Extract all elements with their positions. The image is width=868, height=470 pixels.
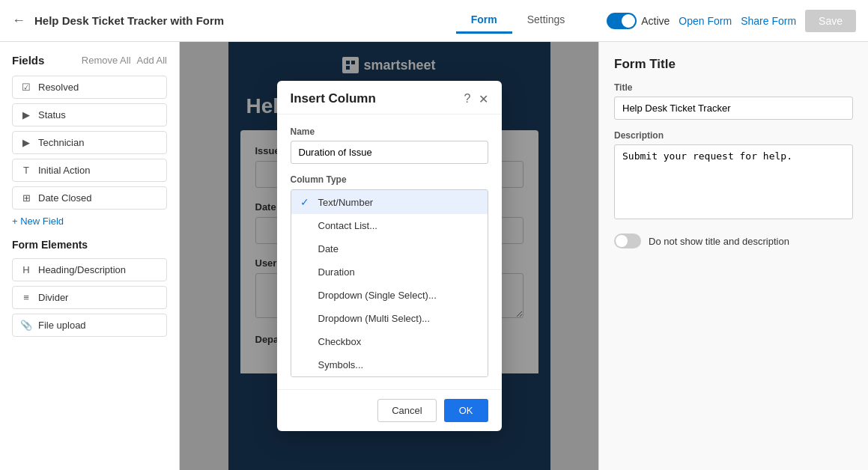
show-title-toggle[interactable] bbox=[614, 234, 641, 248]
col-type-dropdown-multi[interactable]: Dropdown (Multi Select)... bbox=[291, 307, 488, 330]
col-type-duration-label: Duration bbox=[318, 266, 355, 278]
col-type-date-label: Date bbox=[318, 243, 339, 254]
description-prop-label: Description bbox=[614, 130, 853, 141]
col-type-dropdown-multi-label: Dropdown (Multi Select)... bbox=[318, 313, 431, 324]
show-title-toggle-row: Do not show title and description bbox=[614, 234, 853, 248]
field-item-date-closed[interactable]: ⊞ Date Closed bbox=[12, 186, 167, 210]
grid-icon-date: ⊞ bbox=[20, 192, 32, 204]
modal-help-button[interactable]: ? bbox=[464, 92, 471, 106]
title-prop-input[interactable] bbox=[614, 97, 853, 120]
tab-group: Form Settings bbox=[456, 7, 580, 34]
show-title-toggle-knob bbox=[616, 235, 628, 247]
element-label-heading: Heading/Description bbox=[38, 264, 126, 275]
fields-title: Fields bbox=[12, 54, 44, 67]
column-type-label: Column Type bbox=[291, 174, 488, 185]
add-all-button[interactable]: Add All bbox=[137, 55, 167, 66]
ok-button[interactable]: OK bbox=[444, 399, 488, 422]
field-item-resolved[interactable]: ☑ Resolved bbox=[12, 76, 167, 99]
tab-settings[interactable]: Settings bbox=[512, 7, 580, 34]
element-label-file-upload: File upload bbox=[38, 320, 86, 331]
active-toggle[interactable] bbox=[607, 13, 637, 29]
fields-actions: Remove All Add All bbox=[82, 55, 167, 66]
active-label: Active bbox=[641, 15, 670, 27]
active-toggle-wrap: Active bbox=[607, 13, 670, 29]
modal-name-input[interactable] bbox=[291, 141, 488, 164]
element-label-divider: Divider bbox=[38, 292, 68, 303]
arrow-icon-technician: ▶ bbox=[20, 137, 32, 148]
check-icon: ✓ bbox=[300, 196, 312, 208]
topbar: ← Help Desk Ticket Tracker with Form For… bbox=[0, 0, 868, 42]
back-button[interactable]: ← bbox=[12, 13, 25, 28]
divider-icon: ≡ bbox=[20, 292, 32, 303]
modal-close-button[interactable]: ✕ bbox=[479, 92, 488, 106]
show-title-toggle-label: Do not show title and description bbox=[649, 236, 789, 247]
app-title: Help Desk Ticket Tracker with Form bbox=[34, 14, 447, 27]
checkbox-icon: ☑ bbox=[20, 82, 32, 93]
description-prop-textarea[interactable]: Submit your request for help. bbox=[614, 144, 853, 219]
col-type-checkbox-label: Checkbox bbox=[318, 336, 362, 347]
field-label-resolved: Resolved bbox=[38, 82, 79, 93]
col-type-checkbox[interactable]: Checkbox bbox=[291, 330, 488, 353]
field-label-initial-action: Initial Action bbox=[38, 165, 90, 176]
open-form-button[interactable]: Open Form bbox=[679, 15, 732, 27]
element-divider[interactable]: ≡ Divider bbox=[12, 286, 167, 309]
share-form-button[interactable]: Share Form bbox=[741, 15, 796, 27]
new-field-button[interactable]: + New Field bbox=[12, 216, 64, 227]
col-type-contact-list-label: Contact List... bbox=[318, 220, 377, 231]
col-type-symbols[interactable]: Symbols... bbox=[291, 353, 488, 376]
element-heading[interactable]: H Heading/Description bbox=[12, 258, 167, 281]
center-preview: smartsheet Help D Issue* Date* bbox=[180, 42, 598, 470]
text-icon-initial: T bbox=[20, 165, 32, 176]
modal-overlay: Insert Column ? ✕ Name Column Type ✓ Tex… bbox=[180, 42, 598, 470]
col-type-dropdown-single[interactable]: Dropdown (Single Select)... bbox=[291, 284, 488, 307]
modal-title: Insert Column bbox=[291, 91, 376, 106]
field-label-date-closed: Date Closed bbox=[38, 192, 92, 204]
col-type-dropdown-single-label: Dropdown (Single Select)... bbox=[318, 290, 437, 301]
save-button[interactable]: Save bbox=[805, 10, 856, 32]
form-title-section-label: Form Title bbox=[614, 57, 853, 72]
fields-header: Fields Remove All Add All bbox=[12, 54, 167, 67]
col-type-text-number[interactable]: ✓ Text/Number bbox=[291, 190, 488, 214]
column-type-list: ✓ Text/Number Contact List... Date bbox=[291, 189, 488, 377]
field-item-technician[interactable]: ▶ Technician bbox=[12, 131, 167, 154]
field-item-status[interactable]: ▶ Status bbox=[12, 103, 167, 126]
insert-column-modal: Insert Column ? ✕ Name Column Type ✓ Tex… bbox=[277, 81, 502, 431]
field-label-technician: Technician bbox=[38, 137, 84, 148]
modal-name-label: Name bbox=[291, 126, 488, 137]
topbar-right: Active Open Form Share Form Save bbox=[607, 10, 856, 32]
col-type-symbols-label: Symbols... bbox=[318, 359, 364, 370]
field-item-initial-action[interactable]: T Initial Action bbox=[12, 159, 167, 182]
title-prop-label: Title bbox=[614, 82, 853, 93]
element-file-upload[interactable]: 📎 File upload bbox=[12, 314, 167, 337]
col-type-duration[interactable]: Duration bbox=[291, 260, 488, 284]
modal-header-icons: ? ✕ bbox=[464, 92, 488, 106]
col-type-text-number-label: Text/Number bbox=[318, 197, 374, 208]
main-layout: Fields Remove All Add All ☑ Resolved ▶ S… bbox=[0, 42, 868, 470]
toggle-knob bbox=[622, 14, 635, 28]
arrow-icon-status: ▶ bbox=[20, 109, 32, 120]
tab-form[interactable]: Form bbox=[456, 7, 512, 34]
heading-icon: H bbox=[20, 264, 32, 275]
col-type-contact-list[interactable]: Contact List... bbox=[291, 214, 488, 237]
remove-all-button[interactable]: Remove All bbox=[82, 55, 131, 66]
field-label-status: Status bbox=[38, 109, 66, 120]
modal-body: Name Column Type ✓ Text/Number Contact L… bbox=[277, 115, 502, 389]
form-elements-title: Form Elements bbox=[12, 239, 167, 251]
paperclip-icon: 📎 bbox=[20, 320, 32, 331]
modal-footer: Cancel OK bbox=[277, 389, 502, 431]
cancel-button[interactable]: Cancel bbox=[377, 399, 436, 422]
right-sidebar: Form Title Title Description Submit your… bbox=[598, 42, 868, 470]
left-sidebar: Fields Remove All Add All ☑ Resolved ▶ S… bbox=[0, 42, 180, 470]
col-type-date[interactable]: Date bbox=[291, 237, 488, 260]
modal-header: Insert Column ? ✕ bbox=[277, 81, 502, 115]
